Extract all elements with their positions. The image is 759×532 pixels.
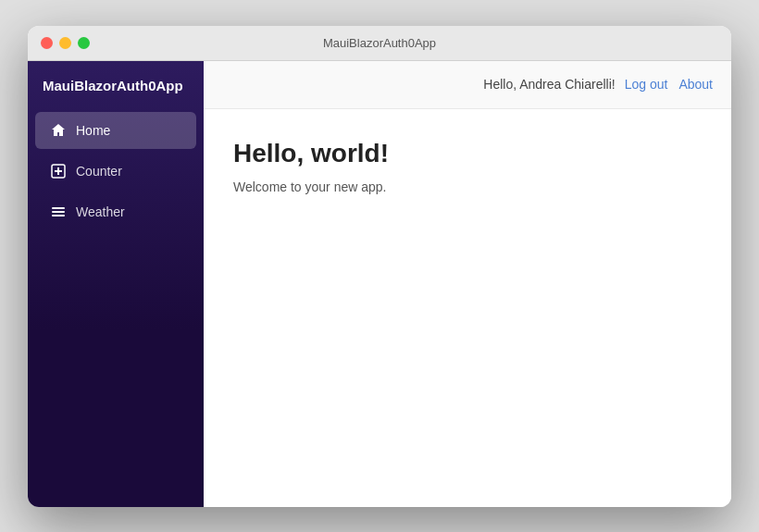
close-button[interactable] <box>41 37 53 49</box>
sidebar-item-weather-label: Weather <box>76 204 125 219</box>
traffic-lights <box>41 37 90 49</box>
top-nav: Hello, Andrea Chiarelli! Log out About <box>204 61 731 109</box>
page-heading: Hello, world! <box>233 139 702 168</box>
app-body: MauiBlazorAuth0App Home <box>28 61 731 507</box>
plus-icon <box>50 163 67 179</box>
main-area: Hello, Andrea Chiarelli! Log out About H… <box>204 61 731 507</box>
home-icon <box>50 122 67 139</box>
sidebar-item-home-label: Home <box>76 123 110 138</box>
svg-rect-3 <box>52 207 65 209</box>
window-title: MauiBlazorAuth0App <box>323 36 436 50</box>
sidebar-item-counter-label: Counter <box>76 164 122 179</box>
app-window: MauiBlazorAuth0App MauiBlazorAuth0App Ho… <box>28 26 731 507</box>
svg-rect-5 <box>52 215 65 217</box>
sidebar: MauiBlazorAuth0App Home <box>28 61 204 507</box>
sidebar-brand: MauiBlazorAuth0App <box>28 61 204 110</box>
maximize-button[interactable] <box>78 37 90 49</box>
logout-link[interactable]: Log out <box>625 77 668 92</box>
about-link[interactable]: About <box>678 77 713 92</box>
sidebar-item-weather[interactable]: Weather <box>35 193 196 230</box>
svg-rect-4 <box>52 211 65 213</box>
title-bar: MauiBlazorAuth0App <box>28 26 731 61</box>
sidebar-item-home[interactable]: Home <box>35 112 196 149</box>
list-icon <box>50 204 67 220</box>
page-content: Hello, world! Welcome to your new app. <box>204 109 731 507</box>
page-subtext: Welcome to your new app. <box>233 179 702 194</box>
greeting-text: Hello, Andrea Chiarelli! <box>483 77 615 92</box>
minimize-button[interactable] <box>59 37 71 49</box>
sidebar-item-counter[interactable]: Counter <box>35 153 196 190</box>
